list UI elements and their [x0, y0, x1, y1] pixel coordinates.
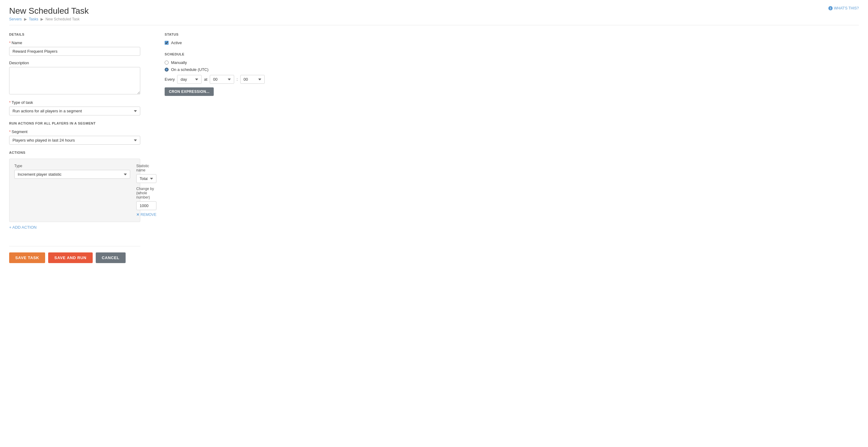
stat-name-select[interactable]: Total_XPGained TotalPlayTime GamesWon	[136, 174, 156, 183]
type-label-text: Type of task	[11, 100, 33, 105]
name-required-star: *	[9, 40, 11, 45]
segment-field-group: * Segment Players who played in last 24 …	[9, 129, 140, 145]
at-label: at	[204, 77, 207, 81]
status-section-label: STATUS	[165, 33, 347, 36]
save-and-run-button[interactable]: SAVE AND RUN	[48, 252, 92, 263]
actions-section: ACTIONS Type Increment player statistic …	[9, 151, 140, 237]
type-field-label: * Type of task	[9, 100, 140, 105]
manually-radio-row: Manually	[165, 60, 347, 65]
header-left: New Scheduled Task Servers ▶ Tasks ▶ New…	[9, 6, 89, 21]
hour-select[interactable]: 00 01 02 03 04 05 06 07 08 09 10 11 12	[210, 75, 234, 84]
name-label-text: Name	[11, 40, 22, 45]
stat-name-label: Statistic name	[136, 164, 156, 172]
change-by-input[interactable]	[136, 201, 156, 210]
bottom-buttons: SAVE TASK SAVE AND RUN CANCEL	[9, 246, 140, 263]
on-schedule-radio[interactable]	[165, 68, 168, 72]
on-schedule-label: On a schedule (UTC)	[171, 67, 209, 72]
actions-left: Type Increment player statistic Grant vi…	[14, 164, 130, 217]
change-by-group: Change by (whole number)	[136, 187, 156, 210]
x-icon: ✕	[136, 212, 139, 217]
breadcrumb-sep2: ▶	[40, 17, 43, 21]
add-action-label: + ADD ACTION	[9, 225, 37, 230]
active-checkbox[interactable]	[165, 41, 168, 45]
left-column: DETAILS * Name Description * Type of tas…	[9, 33, 140, 263]
add-action-link[interactable]: + ADD ACTION	[9, 225, 37, 230]
header-area: New Scheduled Task Servers ▶ Tasks ▶ New…	[9, 6, 859, 25]
active-checkbox-row: Active	[165, 40, 347, 45]
active-label: Active	[171, 40, 182, 45]
schedule-section-label: SCHEDULE	[165, 53, 347, 56]
segment-field-label: * Segment	[9, 129, 140, 134]
cron-expression-button[interactable]: CRON EXPRESSION...	[165, 88, 214, 96]
run-actions-section-label: RUN ACTIONS FOR ALL PLAYERS IN A SEGMENT	[9, 122, 140, 125]
description-field-label: Description	[9, 61, 140, 65]
actions-row: Type Increment player statistic Grant vi…	[14, 164, 135, 217]
action-type-select[interactable]: Increment player statistic Grant virtual…	[14, 170, 130, 179]
description-field-group: Description	[9, 61, 140, 95]
name-field-group: * Name	[9, 40, 140, 56]
actions-section-label: ACTIONS	[9, 151, 140, 154]
breadcrumb-current: New Scheduled Task	[45, 17, 80, 21]
whats-this-label: WHAT'S THIS?	[834, 6, 859, 10]
remove-link[interactable]: ✕ REMOVE	[136, 212, 156, 217]
manually-radio[interactable]	[165, 61, 168, 65]
change-by-label: Change by (whole number)	[136, 187, 156, 200]
schedule-section: SCHEDULE Manually On a schedule (UTC) Ev…	[165, 53, 347, 96]
every-label: Every	[165, 77, 175, 81]
breadcrumb-sep1: ▶	[24, 17, 27, 21]
remove-label: REMOVE	[141, 212, 156, 217]
breadcrumb-tasks[interactable]: Tasks	[29, 17, 38, 21]
two-col-layout: DETAILS * Name Description * Type of tas…	[9, 33, 859, 263]
actions-right: Statistic name Total_XPGained TotalPlayT…	[136, 164, 156, 217]
details-section-label: DETAILS	[9, 33, 140, 36]
every-select[interactable]: day hour week month	[177, 75, 202, 84]
type-select[interactable]: Run actions for all players in a segment…	[9, 107, 140, 115]
cancel-button[interactable]: CANCEL	[96, 252, 126, 263]
page-wrapper: New Scheduled Task Servers ▶ Tasks ▶ New…	[0, 0, 868, 447]
schedule-every-row: Every day hour week month at 00 01 02 03…	[165, 75, 347, 84]
type-field-group: * Type of task Run actions for all playe…	[9, 100, 140, 115]
minute-select[interactable]: 00 05 10 15 20 25 30	[240, 75, 265, 84]
breadcrumb: Servers ▶ Tasks ▶ New Scheduled Task	[9, 17, 89, 21]
status-section: STATUS Active	[165, 33, 347, 45]
time-sep: :	[237, 77, 238, 81]
segment-select[interactable]: Players who played in last 24 hours All …	[9, 136, 140, 145]
name-input[interactable]	[9, 47, 140, 56]
actions-table: Type Increment player statistic Grant vi…	[9, 159, 140, 222]
description-textarea[interactable]	[9, 67, 140, 94]
name-field-label: * Name	[9, 40, 140, 45]
whats-this-link[interactable]: i WHAT'S THIS?	[828, 6, 859, 10]
type-required-star: *	[9, 100, 11, 105]
action-type-label: Type	[14, 164, 130, 168]
save-task-button[interactable]: SAVE TASK	[9, 252, 45, 263]
right-column: STATUS Active SCHEDULE Manually On a sch…	[165, 33, 347, 263]
on-schedule-radio-row: On a schedule (UTC)	[165, 67, 347, 72]
segment-required-star: *	[9, 129, 11, 134]
info-icon: i	[828, 6, 833, 10]
segment-label-text: Segment	[11, 129, 27, 134]
breadcrumb-servers[interactable]: Servers	[9, 17, 22, 21]
page-title: New Scheduled Task	[9, 6, 89, 16]
manually-label: Manually	[171, 60, 187, 65]
